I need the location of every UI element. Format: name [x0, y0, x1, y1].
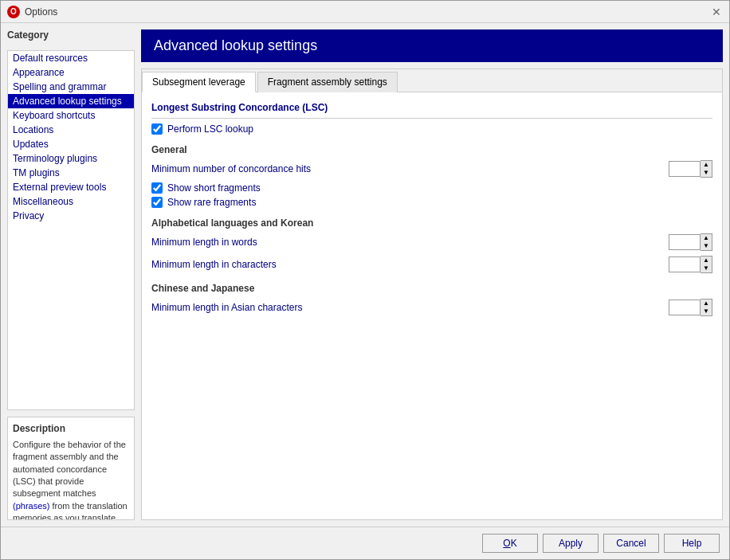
- show-short-fragments-row: Show short fragments: [151, 182, 712, 194]
- min-concordance-hits-input[interactable]: 2: [669, 161, 701, 177]
- description-text: Configure the behavior of the fragment a…: [13, 440, 128, 520]
- sidebar-item-terminology-plugins[interactable]: Terminology plugins: [8, 151, 134, 166]
- min-asian-chars-down[interactable]: ▼: [701, 307, 712, 315]
- min-length-words-buttons: ▲ ▼: [701, 233, 712, 251]
- options-window: O Options ✕ Category Default resources A…: [0, 0, 730, 560]
- description-title: Description: [13, 422, 129, 436]
- tab-subsegment-leverage[interactable]: Subsegment leverage: [142, 72, 256, 92]
- min-concordance-hits-spinner: 2 ▲ ▼: [669, 160, 712, 178]
- perform-lsc-checkbox[interactable]: [151, 123, 163, 135]
- tab-fragment-assembly[interactable]: Fragment assembly settings: [257, 72, 398, 92]
- sidebar-description: Description Configure the behavior of th…: [7, 417, 135, 520]
- perform-lsc-row: Perform LSC lookup: [151, 123, 712, 135]
- sidebar-item-privacy[interactable]: Privacy: [8, 209, 134, 223]
- min-length-chars-input[interactable]: 16: [669, 257, 701, 272]
- help-button[interactable]: Help: [664, 534, 720, 553]
- min-asian-chars-up[interactable]: ▲: [701, 300, 712, 307]
- min-concordance-hits-label: Minimum number of concordance hits: [151, 163, 669, 174]
- footer: OK Apply Cancel Help: [1, 527, 729, 559]
- app-icon: O: [7, 6, 20, 18]
- sidebar-item-appearance[interactable]: Appearance: [8, 65, 134, 80]
- sidebar-item-keyboard-shortcuts[interactable]: Keyboard shortcuts: [8, 108, 134, 123]
- show-rare-fragments-label: Show rare fragments: [167, 197, 256, 208]
- cancel-button[interactable]: Cancel: [603, 534, 659, 553]
- show-rare-fragments-row: Show rare fragments: [151, 197, 712, 208]
- lsc-section-title: Longest Substring Concordance (LSC): [151, 102, 712, 113]
- min-concordance-hits-buttons: ▲ ▼: [701, 160, 712, 178]
- main-content: Category Default resources Appearance Sp…: [1, 23, 729, 527]
- min-length-words-row: Minimum length in words 3 ▲ ▼: [151, 233, 712, 251]
- sidebar-category-label: Category: [7, 29, 135, 41]
- min-length-words-input[interactable]: 3: [669, 234, 701, 250]
- min-asian-chars-spinner: 6 ▲ ▼: [669, 299, 712, 316]
- chinese-japanese-title: Chinese and Japanese: [151, 283, 712, 294]
- close-button[interactable]: ✕: [710, 6, 723, 18]
- window-title: Options: [25, 6, 57, 18]
- min-length-chars-label: Minimum length in characters: [151, 259, 669, 270]
- min-length-words-up[interactable]: ▲: [701, 234, 712, 242]
- title-bar: O Options ✕: [1, 1, 729, 23]
- show-short-fragments-label: Show short fragments: [167, 182, 261, 194]
- sidebar-item-external-preview[interactable]: External preview tools: [8, 180, 134, 194]
- min-concordance-hits-row: Minimum number of concordance hits 2 ▲ ▼: [151, 160, 712, 178]
- min-concordance-hits-up[interactable]: ▲: [701, 161, 712, 169]
- title-bar-left: O Options: [7, 6, 57, 18]
- min-length-chars-down[interactable]: ▼: [701, 264, 712, 272]
- min-length-chars-buttons: ▲ ▼: [701, 256, 712, 273]
- min-concordance-hits-down[interactable]: ▼: [701, 169, 712, 177]
- min-length-words-down[interactable]: ▼: [701, 242, 712, 250]
- min-asian-chars-row: Minimum length in Asian characters 6 ▲ ▼: [151, 299, 712, 316]
- min-length-chars-spinner: 16 ▲ ▼: [669, 256, 712, 273]
- general-title: General: [151, 144, 712, 155]
- perform-lsc-label: Perform LSC lookup: [167, 123, 253, 135]
- description-highlight: (phrases): [13, 501, 49, 511]
- sidebar-item-advanced-lookup[interactable]: Advanced lookup settings: [8, 94, 134, 108]
- lsc-divider: [151, 118, 712, 119]
- tabs-container: Subsegment leverage Fragment assembly se…: [141, 69, 723, 520]
- sidebar: Category Default resources Appearance Sp…: [7, 29, 135, 520]
- ok-button[interactable]: OK: [482, 534, 538, 553]
- show-rare-fragments-checkbox[interactable]: [151, 197, 163, 208]
- sidebar-item-miscellaneous[interactable]: Miscellaneous: [8, 194, 134, 209]
- tab-content: Longest Substring Concordance (LSC) Perf…: [142, 92, 722, 519]
- sidebar-item-spelling-grammar[interactable]: Spelling and grammar: [8, 80, 134, 94]
- tabs-header: Subsegment leverage Fragment assembly se…: [142, 69, 722, 92]
- min-asian-chars-input[interactable]: 6: [669, 300, 701, 315]
- page-header: Advanced lookup settings: [141, 29, 723, 62]
- sidebar-item-default-resources[interactable]: Default resources: [8, 51, 134, 65]
- min-asian-chars-label: Minimum length in Asian characters: [151, 302, 669, 313]
- min-asian-chars-buttons: ▲ ▼: [701, 299, 712, 316]
- alphabetical-title: Alphabetical languages and Korean: [151, 217, 712, 229]
- show-short-fragments-checkbox[interactable]: [151, 182, 163, 194]
- sidebar-list: Default resources Appearance Spelling an…: [7, 50, 135, 410]
- sidebar-item-locations[interactable]: Locations: [8, 123, 134, 137]
- sidebar-item-tm-plugins[interactable]: TM plugins: [8, 166, 134, 180]
- min-length-words-label: Minimum length in words: [151, 237, 669, 248]
- right-panel: Advanced lookup settings Subsegment leve…: [141, 29, 723, 520]
- min-length-chars-row: Minimum length in characters 16 ▲ ▼: [151, 256, 712, 273]
- apply-button[interactable]: Apply: [543, 534, 599, 553]
- sidebar-item-updates[interactable]: Updates: [8, 137, 134, 151]
- min-length-chars-up[interactable]: ▲: [701, 257, 712, 264]
- min-length-words-spinner: 3 ▲ ▼: [669, 233, 712, 251]
